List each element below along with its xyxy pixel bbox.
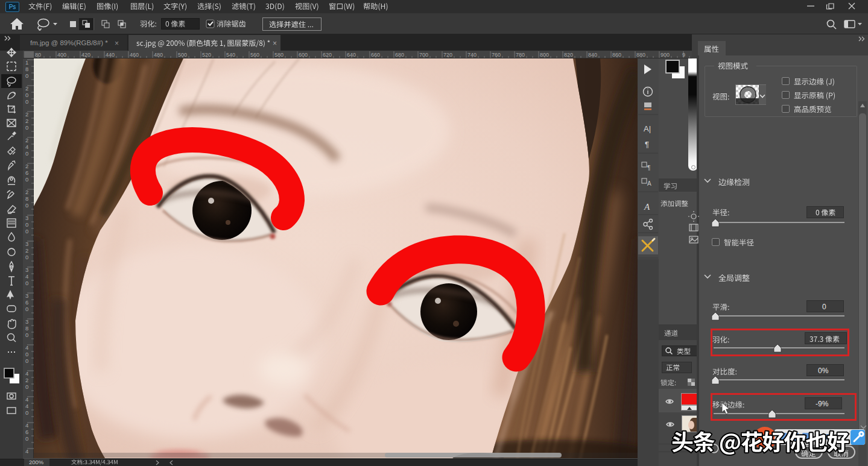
svg-text:0: 0 [25,176,28,183]
svg-text:3: 3 [25,266,28,273]
svg-text:A: A [644,202,650,212]
svg-text:780: 780 [516,52,525,58]
svg-text:2: 2 [25,189,28,195]
svg-text:520: 520 [202,52,211,58]
svg-text:0: 0 [25,409,28,416]
svg-text:620: 620 [323,52,332,58]
svg-text:8: 8 [25,325,28,332]
svg-text:×: × [273,39,277,48]
svg-text:3: 3 [25,292,28,299]
svg-text:600: 600 [299,52,308,58]
svg-text:0: 0 [25,351,28,357]
svg-text:460: 460 [130,52,139,58]
svg-text:A: A [647,180,651,187]
svg-text:8: 8 [25,195,28,202]
svg-text:9: 9 [682,52,685,58]
svg-text:0: 0 [25,383,28,390]
svg-text:0%: 0% [818,367,829,375]
svg-text:3: 3 [25,215,28,221]
svg-text:0: 0 [25,435,28,442]
svg-text:80: 80 [35,52,41,58]
svg-text:2: 2 [25,163,28,169]
svg-text:0: 0 [25,306,28,312]
svg-text:0: 0 [25,357,28,364]
svg-text:0: 0 [25,254,28,260]
svg-text:760: 760 [492,52,501,58]
svg-text:0: 0 [822,303,826,311]
svg-text:¶: ¶ [645,140,649,149]
svg-text:6: 6 [25,429,28,435]
svg-text:680: 680 [395,52,404,58]
svg-text:2: 2 [25,118,28,124]
svg-text:660: 660 [371,52,380,58]
svg-text:480: 480 [154,52,163,58]
svg-text:2: 2 [25,111,28,118]
svg-text:4: 4 [25,448,28,455]
svg-text:860: 860 [612,52,621,58]
svg-text:560: 560 [250,52,259,58]
svg-text:500: 500 [178,52,187,58]
svg-text:2: 2 [25,137,28,143]
svg-text:420: 420 [81,52,90,58]
svg-text:4: 4 [25,403,28,409]
svg-text:800: 800 [540,52,549,58]
svg-text:6: 6 [25,169,28,176]
svg-text:-9%: -9% [816,400,829,408]
svg-text:880: 880 [636,52,645,58]
svg-text:4: 4 [25,396,28,403]
svg-text:4: 4 [25,273,28,280]
svg-text:fm.jpg @ 89%(RGB/8#) *: fm.jpg @ 89%(RGB/8#) * [30,39,108,46]
svg-text:0: 0 [25,228,28,235]
svg-text:440: 440 [106,52,115,58]
svg-text:400: 400 [57,52,66,58]
svg-text:0: 0 [25,221,28,228]
svg-text:720: 720 [443,52,452,58]
svg-text:0: 0 [25,280,28,286]
svg-text:0: 0 [25,332,28,338]
svg-text:4: 4 [25,344,28,351]
svg-text:200%: 200% [29,459,44,465]
svg-text:0: 0 [25,124,28,131]
svg-text:6: 6 [25,299,28,306]
svg-text:¶: ¶ [647,165,650,171]
svg-text:2: 2 [25,377,28,383]
svg-text:0: 0 [25,72,28,79]
svg-text:820: 820 [564,52,573,58]
svg-text:×: × [115,39,119,48]
svg-text:0: 0 [25,150,28,157]
svg-text:1: 1 [25,59,28,66]
svg-text:2: 2 [25,247,28,254]
svg-text:700: 700 [419,52,428,58]
svg-text:740: 740 [467,52,477,58]
svg-text:4: 4 [25,422,28,429]
svg-text:8: 8 [25,66,28,72]
svg-text:0: 0 [25,202,28,209]
svg-text:A|: A| [644,124,651,133]
svg-text:4: 4 [25,370,28,377]
svg-text:0: 0 [25,98,28,105]
svg-text:0: 0 [25,92,28,98]
svg-text:3: 3 [25,318,28,325]
svg-text:640: 640 [347,52,356,58]
svg-text:3: 3 [25,241,28,247]
svg-text:840: 840 [588,52,597,58]
svg-text:4: 4 [25,143,28,150]
svg-text:580: 580 [274,52,284,58]
svg-text:2: 2 [25,85,28,92]
svg-text:900: 900 [661,52,670,58]
svg-text:540: 540 [226,52,235,58]
